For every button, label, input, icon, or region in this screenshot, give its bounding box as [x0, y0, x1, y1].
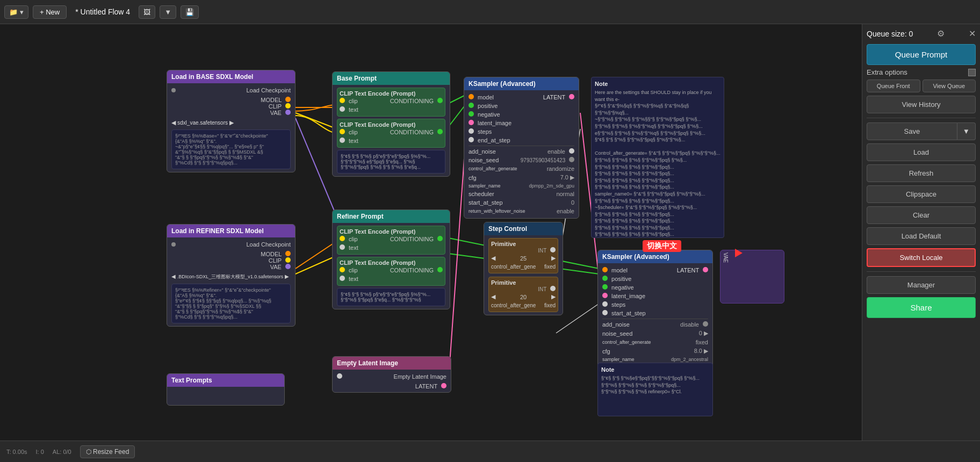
ks-sampler: sampler_namedpmpp_2m_sde_gpu: [469, 182, 574, 190]
clip-encode-2-text: text: [340, 136, 443, 145]
base-ckpt-field-row: ◀ sdxl_vae.safetensors ▶: [171, 119, 291, 126]
clipspace-button[interactable]: Clipspace: [867, 185, 976, 203]
queue-prompt-button[interactable]: Queue Prompt: [867, 44, 976, 65]
share-button[interactable]: Share: [867, 297, 976, 318]
prim1-left[interactable]: ◀: [491, 255, 495, 262]
resize-feed-button[interactable]: ⬡ Resize Feed: [80, 445, 135, 458]
load-base-node: Load in BASE SDXL Model Load Checkpoint …: [167, 70, 296, 172]
status-i: I: 0: [36, 449, 44, 455]
refiner-ckpt-arrow[interactable]: ◀: [171, 273, 176, 279]
refiner-clip-2-clip: clip CONDITIONING: [340, 266, 443, 275]
save-icon-button[interactable]: 💾: [181, 5, 199, 19]
prim2-val: 20: [520, 294, 527, 300]
refiner-note: §²"³tES §%%Refiner=" §"&"e˜&"checkpointe…: [171, 284, 291, 323]
view-history-button[interactable]: View History: [867, 96, 976, 113]
text-prompts-node: Text Prompts: [167, 373, 285, 406]
load-refiner-node: Load in REFINER SDXL Model Load Checkpoi…: [167, 224, 296, 327]
status-al: AL: 0/0: [53, 449, 71, 455]
load-default-button[interactable]: Load Default: [867, 227, 976, 245]
refiner-ckpt-row: ◀ .BDIcon-SDXL_三维图标大模型_v1.0.safetensors …: [171, 273, 291, 280]
ks-add-noise: add_noiseenable: [469, 147, 574, 156]
base-prompt-note: §"¢§ §"§ §"%§ p§"e§"§"e§"§pq§ §%§"%... §…: [337, 150, 445, 174]
note-bottom-content: §"¢§ §"§ §"%§e§"§pq§"§§"§"%§"§pq§ §"%§..…: [601, 375, 709, 395]
refiner-checkpoint-dot: [171, 242, 176, 247]
new-label: + New: [40, 8, 60, 16]
refiner-ckpt-name: .BDIcon-SDXL_三维图标大模型_v1.0.safetensors: [177, 274, 284, 279]
ks2-negative: negative: [602, 283, 708, 292]
status-time: T: 0.00s: [6, 449, 27, 455]
base-ckpt-arrow-right[interactable]: ▶: [229, 119, 234, 126]
clip-encode-2-title: CLIP Text Encode (Prompt): [340, 121, 443, 128]
ksampler2-header: KSampler (Advanced): [598, 250, 712, 263]
clip-encode-1-clip: clip CONDITIONING: [340, 97, 443, 105]
queue-header: Queue size: 0 ⚙ ✕: [867, 28, 976, 39]
dropdown-button[interactable]: ▼: [160, 5, 176, 19]
prim1-control-row: control_after_gene fixed: [491, 263, 556, 271]
ks-positive: positive: [469, 102, 574, 110]
ks-model: model LATENT: [469, 93, 574, 102]
prim1-right[interactable]: ▶: [551, 255, 556, 262]
clip-encode-1: CLIP Text Encode (Prompt) clip CONDITION…: [337, 88, 445, 117]
base-prompt-note-text: §"¢§ §"§ §"%§ p§"e§"§"e§"§pq§ §%§"%... §…: [341, 154, 442, 170]
ksampler-node: KSampler (Advanced) model LATENT positiv…: [464, 77, 579, 219]
switch-locale-button[interactable]: Switch Locale: [867, 248, 976, 267]
clip-encode-1-text: text: [340, 105, 443, 114]
base-ckpt-arrow[interactable]: ◀: [171, 119, 176, 126]
ks-return-noise: return_with_leftover_noiseenable: [469, 207, 574, 215]
right-panel: Queue size: 0 ⚙ ✕ Queue Prompt Extra opt…: [862, 24, 980, 462]
refiner-note-text: §²"³tES §%%Refiner=" §"&"e˜&"checkpointe…: [175, 287, 287, 320]
ks2-noise-seed: noise_seed0 ▶: [602, 329, 708, 338]
folder-button[interactable]: 📁 ▾: [4, 5, 28, 19]
ks-noise-seed: noise_seed979375903451423: [469, 156, 574, 164]
close-button[interactable]: ✕: [969, 28, 976, 39]
queue-front-button[interactable]: Queue Front: [867, 80, 920, 92]
prim2-right[interactable]: ▶: [551, 293, 556, 300]
vae-label: VAE: [720, 250, 731, 265]
prim2-left[interactable]: ◀: [491, 293, 495, 300]
base-vae-out: VAE: [171, 110, 291, 116]
extra-options-row: Extra options: [867, 68, 976, 76]
new-button[interactable]: + New: [33, 5, 67, 19]
queue-front-view-row: Queue Front View Queue: [867, 80, 976, 92]
load-base-body: Load Checkpoint MODEL CLIP VAE ◀ sdxl_va…: [167, 83, 295, 172]
manager-button[interactable]: Manager: [867, 276, 976, 294]
load-button[interactable]: Load: [867, 143, 976, 161]
save-row: Save ▼: [867, 122, 976, 140]
refresh-button[interactable]: Refresh: [867, 164, 976, 182]
note-content: Here are the settings that SHOULD stay i…: [595, 89, 720, 238]
ks-latent: latent_image: [469, 119, 574, 127]
refiner-ckpt-arrow-right[interactable]: ▶: [285, 273, 289, 279]
base-clip-out: CLIP: [171, 103, 291, 110]
refiner-clip-1-text: text: [340, 243, 443, 252]
save-button[interactable]: Save: [867, 122, 957, 140]
refiner-prompt-body: CLIP Text Encode (Prompt) clip CONDITION…: [333, 223, 450, 309]
status-bar: T: 0.00s I: 0 AL: 0/0 ⬡ Resize Feed: [0, 441, 980, 462]
refiner-prompt-note-text: §"¢§ §"§ §"%§ p§"e§"§"e§"§pq§ §%§"%... §…: [341, 292, 442, 302]
refiner-prompt-header: Refiner Prompt: [333, 210, 450, 223]
base-outputs: MODEL CLIP VAE: [171, 97, 291, 116]
flow-title: * Untitled Flow 4: [71, 8, 134, 16]
step-control-node: Step Control Primitive INT ◀ 25 ▶ contro…: [484, 222, 563, 315]
ksampler-header: KSampler (Advanced): [464, 77, 579, 90]
ks2-cfg: cfg8.0 ▶: [602, 346, 708, 356]
gear-button[interactable]: ⚙: [937, 28, 945, 39]
ks-negative: negative: [469, 110, 574, 119]
image-button[interactable]: 🖼: [139, 5, 155, 19]
text-prompts-header: Text Prompts: [167, 374, 284, 387]
view-queue-button[interactable]: View Queue: [923, 80, 976, 92]
ks2-sampler: sampler_namedpm_2_ancestral: [602, 356, 708, 363]
ks2-add-noise: add_noisedisable: [602, 320, 708, 329]
queue-size-label: Queue size: 0: [867, 30, 913, 38]
top-bar: 📁 ▾ + New * Untitled Flow 4 🖼 ▼ 💾: [0, 0, 980, 24]
base-note-text: §²"³tES §%%Base=" §"&"e"˜&"checkpointe" …: [175, 133, 287, 165]
canvas-area[interactable]: Load in BASE SDXL Model Load Checkpoint …: [0, 24, 862, 462]
clear-button[interactable]: Clear: [867, 206, 976, 224]
load-refiner-body: Load Checkpoint MODEL CLIP VAE ◀ .BDIcon…: [167, 237, 295, 326]
refiner-clip-2-text: text: [340, 275, 443, 283]
empty-latent-header: Empty Latent Image: [333, 357, 451, 370]
save-arrow-button[interactable]: ▼: [957, 122, 976, 140]
load-checkpoint-dot: [171, 88, 176, 92]
extra-options-checkbox[interactable]: [968, 69, 976, 76]
main-area: Load in BASE SDXL Model Load Checkpoint …: [0, 24, 980, 462]
empty-latent-body: Empty Latent Image LATENT: [333, 370, 451, 392]
